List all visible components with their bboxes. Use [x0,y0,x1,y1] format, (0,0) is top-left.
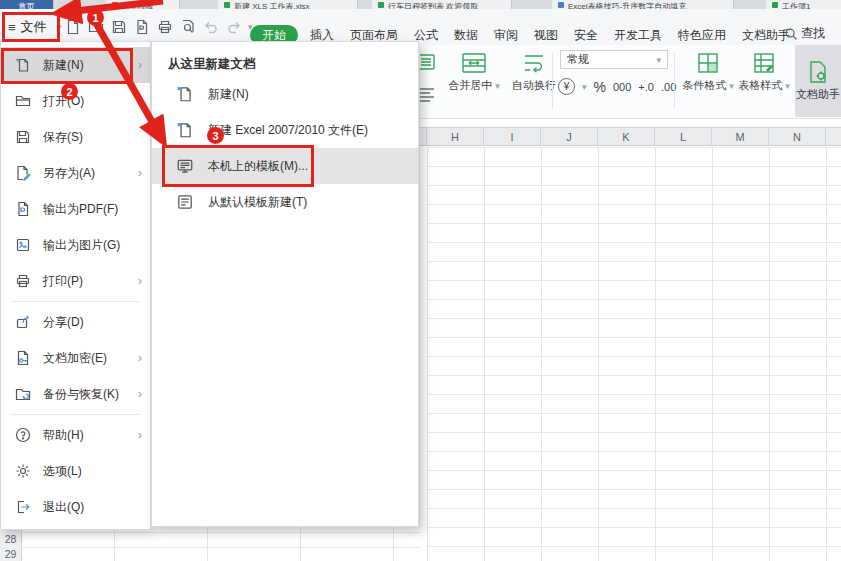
tab-workbook1[interactable]: 工作簿1 [766,0,841,9]
spreadsheet-area[interactable]: H I J K L M N [420,118,841,561]
template-monitor-icon [176,157,194,175]
column-header[interactable]: I [484,128,541,145]
export-pdf-icon[interactable] [133,18,151,36]
merge-center-icon [461,51,487,75]
default-template-icon [176,193,194,211]
menu-item-open[interactable]: 打开(O) [1,83,150,119]
column-header[interactable]: M [712,128,769,145]
wrap-text-icon [521,51,547,75]
find-button[interactable]: 查找 [784,25,825,42]
menu-item-new[interactable]: 新建(N) › [1,47,150,83]
tab-docer-templates[interactable]: 稻壳模板 [106,0,180,9]
column-header-row: H I J K L M N [420,127,841,146]
save-icon[interactable] [110,18,128,36]
submenu-item-new[interactable]: 新建(N) [152,76,418,112]
tab-special-features[interactable]: 特色应用 [670,25,734,45]
new-document-icon [15,57,31,73]
thousands-separator-button[interactable]: 000 [613,81,631,93]
merge-center-button[interactable]: 合并居中 ▾ [446,51,502,93]
tab-review[interactable]: 审阅 [486,25,526,45]
tab-home[interactable]: 首页 [0,0,54,9]
tab-excel-tips[interactable]: Excel表格技巧-升序数字自动填充 [552,0,734,9]
tab-label: 稻壳模板 [122,1,154,9]
submenu-item-new-excel-2007[interactable]: 新建 Excel 2007/2010 文件(E) [152,112,418,148]
submenu-arrow-icon: › [138,387,142,401]
sheet-bottom-strip[interactable]: 27 28 29 [0,527,420,561]
sheet-icon [772,2,778,8]
row-header[interactable]: 28 [0,532,21,547]
wrap-text-button[interactable]: 自动换行 [506,51,562,93]
menu-item-label: 另存为(A) [43,165,95,182]
tab-label: 新建 XLS 工作表.xlsx [234,1,310,9]
submenu-arrow-icon: › [138,166,142,180]
new-document-icon [176,121,194,139]
file-menu-panel: 新建(N) › 打开(O) 保存(S) 另存为(A) › 输出为PDF(F) [0,41,151,530]
find-label: 查找 [801,25,825,42]
print-icon[interactable] [156,18,174,36]
menu-item-export-image[interactable]: 输出为图片(G) [1,227,150,263]
column-header[interactable]: N [769,128,826,145]
tab-data[interactable]: 数据 [446,25,486,45]
sheet-icon [378,2,384,8]
align-icon-partial[interactable] [420,83,436,107]
exit-icon [15,499,31,515]
column-header[interactable]: J [541,128,598,145]
menu-item-exit[interactable]: 退出(Q) [1,489,150,525]
table-style-icon [752,51,776,75]
submenu-item-local-templates[interactable]: 本机上的模板(M)... [152,148,418,184]
submenu-item-label: 新建(N) [208,86,249,103]
tab-signin-sheet[interactable]: 行车日程签到表 欢迎领取 [372,0,512,9]
new-document-icon[interactable] [64,18,82,36]
row-header[interactable]: 29 [0,547,21,561]
menu-item-label: 输出为PDF(F) [43,201,118,218]
tab-security[interactable]: 安全 [566,25,606,45]
number-format-buttons: ¥ ▾ % 000 +.0 .00 [558,78,676,95]
currency-format-button[interactable]: ¥ [558,78,575,95]
menu-item-label: 输出为图片(G) [43,237,120,254]
file-chevron-down-icon[interactable]: ▾ [57,22,62,32]
undo-icon[interactable] [202,18,220,36]
percent-format-button[interactable]: % [594,79,606,95]
menu-item-label: 打印(P) [43,273,83,290]
menu-item-share[interactable]: 分享(D) [1,304,150,340]
file-button-label: 文件 [21,18,47,36]
column-header[interactable]: L [655,128,712,145]
open-folder-icon[interactable] [87,18,105,36]
tab-view[interactable]: 视图 [526,25,566,45]
menu-item-options[interactable]: 选项(L) [1,453,150,489]
doc-assistant-button[interactable]: 文档助手 [795,45,841,117]
column-header[interactable]: H [427,128,484,145]
sheet-grid[interactable] [427,147,841,561]
menu-item-encrypt[interactable]: 文档加密(E) › [1,340,150,376]
increase-decimal-button[interactable]: +.0 [638,81,654,93]
tab-developer-tools[interactable]: 开发工具 [606,25,670,45]
file-menu-button[interactable]: ≡ 文件 [8,16,47,38]
menu-divider [11,301,140,302]
chevron-down-icon: ▾ [729,81,734,91]
column-header[interactable]: K [598,128,655,145]
submenu-item-new-from-default-template[interactable]: 从默认模板新建(T) [152,184,418,220]
menu-item-label: 帮助(H) [43,427,84,444]
redo-icon[interactable] [225,18,243,36]
tab-label: 工作簿1 [782,1,810,9]
number-format-select[interactable]: 常规 ▾ [560,50,668,69]
print-preview-icon[interactable] [179,18,197,36]
submenu-header: 从这里新建文档 [152,48,418,76]
tab-new-xls-worksheet[interactable]: 新建 XLS 工作表.xlsx [218,0,358,9]
chevron-down-icon[interactable]: ▾ [582,82,587,92]
submenu-item-label: 从默认模板新建(T) [208,194,307,211]
menu-item-print[interactable]: 打印(P) › [1,263,150,299]
submenu-arrow-icon: › [138,351,142,365]
menu-item-save[interactable]: 保存(S) [1,119,150,155]
table-style-button[interactable]: 表格样式 ▾ [736,51,792,93]
menu-item-label: 备份与恢复(K) [43,386,119,403]
conditional-format-button[interactable]: 条件格式 ▾ [680,51,736,93]
menu-item-save-as[interactable]: 另存为(A) › [1,155,150,191]
align-icon-partial[interactable] [420,51,436,75]
document-tab-strip: 首页 稻壳模板 新建 XLS 工作表.xlsx 行车日程签到表 欢迎领取 Exc… [0,0,841,9]
menu-item-help[interactable]: 帮助(H) › [1,417,150,453]
menu-item-export-pdf[interactable]: 输出为PDF(F) [1,191,150,227]
help-icon [15,427,31,443]
conditional-format-icon [696,51,720,75]
menu-item-backup-restore[interactable]: 备份与恢复(K) › [1,376,150,412]
